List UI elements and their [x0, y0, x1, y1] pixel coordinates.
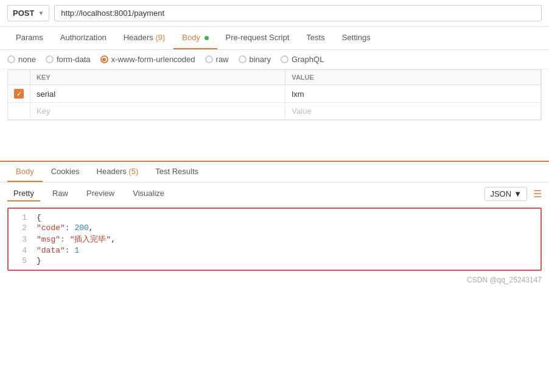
- format-tab-preview[interactable]: Preview: [80, 186, 121, 201]
- code-block: 1 { 2 "code": 200, 3 "msg": "插入完毕", 4 "d…: [7, 208, 542, 271]
- checkbox-checked[interactable]: ✓: [14, 89, 24, 99]
- code-line-5: 5 }: [9, 256, 540, 266]
- row-value[interactable]: lxm: [285, 85, 541, 103]
- method-label: POST: [13, 9, 34, 18]
- json-format-select[interactable]: JSON ▼: [484, 187, 527, 201]
- response-tabs: Body Cookies Headers (5) Test Results: [0, 162, 549, 183]
- resp-tab-headers[interactable]: Headers (5): [88, 162, 147, 182]
- radio-circle-form-data: [46, 55, 54, 63]
- body-type-row: none form-data x-www-form-urlencoded raw…: [0, 50, 549, 69]
- table-row-empty: Key Value: [8, 103, 541, 120]
- tab-authorization[interactable]: Authorization: [52, 27, 115, 49]
- th-key: KEY: [30, 70, 285, 85]
- format-tab-visualize[interactable]: Visualize: [127, 186, 170, 201]
- row-checkbox-cell[interactable]: ✓: [8, 85, 30, 103]
- radio-circle-urlencoded: [100, 55, 108, 63]
- format-tab-raw[interactable]: Raw: [46, 186, 74, 201]
- radio-binary[interactable]: binary: [239, 55, 271, 64]
- empty-key-cell[interactable]: Key: [30, 103, 285, 120]
- radio-circle-none: [7, 55, 15, 63]
- row-key[interactable]: serial: [30, 85, 285, 103]
- radio-none[interactable]: none: [7, 55, 36, 64]
- kv-table: KEY VALUE ✓ serial lxm Key: [8, 70, 541, 120]
- th-value: VALUE: [285, 70, 541, 85]
- resp-tab-testresults[interactable]: Test Results: [147, 162, 207, 182]
- kv-table-container: KEY VALUE ✓ serial lxm Key: [7, 69, 542, 121]
- resp-tab-cookies[interactable]: Cookies: [43, 162, 88, 182]
- table-row: ✓ serial lxm: [8, 85, 541, 103]
- code-line-1: 1 {: [9, 212, 540, 223]
- json-select-chevron-icon: ▼: [514, 189, 522, 198]
- url-input[interactable]: [54, 5, 542, 21]
- response-section: Body Cookies Headers (5) Test Results Pr…: [0, 161, 549, 287]
- radio-circle-raw: [205, 55, 213, 63]
- request-tabs: Params Authorization Headers (9) Body Pr…: [0, 27, 549, 50]
- radio-circle-graphql: [281, 55, 288, 63]
- watermark: CSDN @qq_25243147: [0, 273, 549, 287]
- code-line-2: 2 "code": 200,: [9, 223, 540, 233]
- tab-params[interactable]: Params: [7, 27, 52, 49]
- method-chevron-icon: ▼: [38, 10, 44, 16]
- tab-headers[interactable]: Headers (9): [115, 27, 174, 49]
- th-checkbox: [8, 70, 30, 85]
- code-line-3: 3 "msg": "插入完毕",: [9, 233, 540, 245]
- wrap-button[interactable]: ☰: [533, 188, 542, 200]
- resp-tab-body[interactable]: Body: [7, 162, 43, 182]
- tab-body[interactable]: Body: [173, 27, 217, 49]
- code-line-4: 4 "data": 1: [9, 245, 540, 256]
- tab-tests[interactable]: Tests: [298, 27, 333, 49]
- radio-form-data[interactable]: form-data: [46, 55, 91, 64]
- format-tab-pretty[interactable]: Pretty: [7, 186, 40, 201]
- empty-value-cell[interactable]: Value: [285, 103, 541, 120]
- format-row: Pretty Raw Preview Visualize JSON ▼ ☰: [0, 183, 549, 205]
- radio-graphql[interactable]: GraphQL: [281, 55, 324, 64]
- radio-raw[interactable]: raw: [205, 55, 229, 64]
- method-select[interactable]: POST ▼: [7, 5, 49, 21]
- url-bar: POST ▼: [0, 0, 549, 27]
- radio-circle-binary: [239, 55, 247, 63]
- tab-prerequest[interactable]: Pre-request Script: [217, 27, 298, 49]
- empty-checkbox-cell: [8, 103, 30, 120]
- tab-settings[interactable]: Settings: [334, 27, 379, 49]
- radio-urlencoded[interactable]: x-www-form-urlencoded: [100, 55, 195, 64]
